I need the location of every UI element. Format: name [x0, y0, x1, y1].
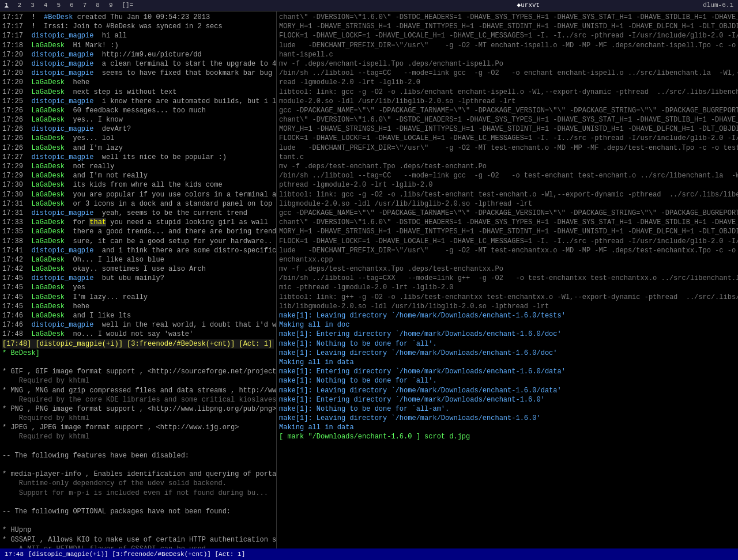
tab-9[interactable]: 9 — [109, 1, 113, 10]
bottom-bar: 17:48 [distopic_magpie(+i)] [3:freenode/… — [0, 548, 738, 560]
tab-6[interactable]: 6 — [70, 1, 74, 10]
line: * GSSAPI , Allows KIO to make use of cer… — [2, 535, 274, 544]
line: make[1]: Leaving directory `/home/mark/D… — [279, 349, 736, 358]
line: gcc -DPACKAGE_NAME=\"\" -DPACKAGE_TARNAM… — [279, 106, 736, 115]
line: libtool: link: g++ -g -O2 -o .libs/test-… — [279, 293, 736, 302]
line: make[1]: Entering directory `/home/mark/… — [279, 367, 736, 376]
line: 17:26 LaGaDesk yes.. I know — [2, 115, 274, 124]
line: make[1]: Nothing to be done for `all'. — [279, 339, 736, 349]
tab-7[interactable]: 7 — [83, 1, 87, 10]
line: tant.c — [279, 153, 736, 162]
line: 17:45 LaGaDesk yes — [2, 283, 274, 292]
line: lude -DENCHANT_PREFIX_DIR=\"/usr\" -g -O… — [279, 41, 736, 50]
line: FLOCK=1 -DHAVE_LOCKF=1 -DHAVE_LOCALE_H=1… — [279, 237, 736, 246]
line: 17:45 distopic_magpie but ubu mainly? — [2, 274, 274, 283]
line: 17:20 LaGaDesk hehe — [2, 78, 274, 87]
line: 17:29 LaGaDesk and I'm not really — [2, 171, 274, 180]
line: 17:25 distopic_magpie i know there are a… — [2, 97, 274, 106]
line: -- The following features have been disa… — [2, 451, 274, 460]
line: 17:31 distopic_magpie yeah, seems to be … — [2, 209, 274, 218]
line: MORY_H=1 -DHAVE_STRINGS_H=1 -DHAVE_INTTY… — [279, 124, 736, 134]
line: * MNG , MNG and gzip compressed files an… — [2, 386, 274, 395]
tab-5[interactable]: 5 — [57, 1, 61, 10]
line: libtool: link: gcc -g -O2 -o .libs/encha… — [279, 88, 736, 97]
line: libgmodule-2.0.so -ldl /usr/lib/libglib-… — [279, 199, 736, 209]
line: 17:45 LaGaDesk hehe — [2, 302, 274, 311]
line: enchantxx.cpp — [279, 255, 736, 264]
line: make[1]: Leaving directory `/home/mark/D… — [279, 386, 736, 395]
prompt-line: * BeDesk] — [2, 349, 274, 358]
line: Making all in data — [279, 423, 736, 432]
line: gcc -DPACKAGE_NAME=\"\" -DPACKAGE_TARNAM… — [279, 209, 736, 218]
line: 17:45 LaGaDesk I'm lazy... really — [2, 293, 274, 302]
left-pane[interactable]: 17:17 ! #BeDesk created Thu Jan 10 09:54… — [0, 12, 277, 548]
line: Required by khtml — [2, 414, 274, 423]
line: 17:35 LaGaDesk there a good trends... an… — [2, 227, 274, 236]
line: Making all in data — [279, 358, 736, 367]
line: 17:18 LaGaDesk Hi Mark! :) — [2, 41, 274, 50]
tab-list: 1 2 3 4 5 6 7 8 9 []= — [5, 1, 354, 10]
line: Support for m-p-i is included even if no… — [2, 489, 274, 498]
line: hant-ispell.c — [279, 50, 736, 59]
line: mv -f .deps/test-enchantxx.Tpo .deps/tes… — [279, 264, 736, 274]
line: make[1]: Entering directory `/home/mark/… — [279, 330, 736, 339]
tab-4[interactable]: 4 — [44, 1, 48, 10]
line: module-2.0.so -ldl /usr/lib/libglib-2.0.… — [279, 97, 736, 106]
tab-1[interactable]: 1 — [5, 1, 9, 10]
line: 17:26 LaGaDesk and I'm lazy — [2, 143, 274, 153]
line: mv -f .deps/enchant-ispell.Tpo .deps/enc… — [279, 59, 736, 69]
line: mic -pthread -lgmodule-2.0 -lrt -lglib-2… — [279, 283, 736, 292]
active-line: [17:48] [distopic_magpie(+i)] [3:freenod… — [2, 339, 274, 349]
right-prompt: [ mark "/Downloads/enchant-1.6.0 ] scrot… — [279, 432, 736, 441]
line: * HUpnp — [2, 525, 274, 535]
title-bar: 1 2 3 4 5 6 7 8 9 []= ◆urxvt dlum-6.1 — [0, 0, 738, 12]
line: pthread -lgmodule-2.0 -lrt -lglib-2.0 — [279, 180, 736, 190]
line: 17:26 LaGaDesk 60 feedback messages... t… — [2, 106, 274, 115]
tab-8[interactable]: 8 — [96, 1, 100, 10]
line: 17:31 LaGaDesk or 3 icons in a dock and … — [2, 199, 274, 209]
tab-3[interactable]: 3 — [31, 1, 35, 10]
line: MORY_H=1 -DHAVE_STRINGS_H=1 -DHAVE_INTTY… — [279, 227, 736, 236]
line: A MIT or HEIMDAL flavor of GSSAPI can be… — [2, 544, 274, 548]
line: 17:17 distopic_magpie hi all — [2, 31, 274, 40]
line: 17:20 distopic_magpie seems to have fixe… — [2, 69, 274, 78]
line: 17:20 distopic_magpie a clean terminal t… — [2, 59, 274, 69]
line: 17:17 ! #BeDesk created Thu Jan 10 09:54… — [2, 13, 274, 22]
line: 17:41 distopic_magpie and i think there … — [2, 246, 274, 255]
line: 17:26 LaGaDesk yes... lol — [2, 134, 274, 143]
line: Making all in doc — [279, 320, 736, 330]
line: * JPEG , JPEG image format support , <ht… — [2, 423, 274, 432]
line: lude -DENCHANT_PREFIX_DIR=\"/usr\" -g -O… — [279, 143, 736, 153]
line: 17:30 LaGaDesk its kids from whre all th… — [2, 180, 274, 190]
line: mv -f .deps/test-enchant.Tpo .deps/test-… — [279, 162, 736, 171]
line: Required by the core KDE libraries and s… — [2, 395, 274, 404]
window-info: dlum-6.1 — [703, 1, 733, 10]
line: /bin/sh ../libtool --tag=CXX --mode=link… — [279, 274, 736, 283]
line: 17:46 distopic_magpie well in the real w… — [2, 320, 274, 330]
line: 17:17 ! Irssi: Join to #BeDesk was synce… — [2, 22, 274, 31]
line: Runtime-only dependency of the udev soli… — [2, 479, 274, 488]
line: lib/libgmodule-2.0.so -ldl /usr/lib/libg… — [279, 302, 736, 311]
line: * PNG , PNG image format support , <http… — [2, 404, 274, 414]
line: 17:48 LaGaDesk no... I would not say 'wa… — [2, 330, 274, 339]
line: chant\" -DVERSION=\"1.6.0\" -DSTDC_HEADE… — [279, 115, 736, 124]
line: chant\" -DVERSION=\"1.6.0\" -DSTDC_HEADE… — [279, 13, 736, 22]
line: 17:20 LaGaDesk next step is without text — [2, 88, 274, 97]
irssi-time: 17:48 — [2, 550, 26, 559]
line: make[1]: Leaving directory `/home/mark/D… — [279, 311, 736, 320]
right-pane[interactable]: chant\" -DVERSION=\"1.6.0\" -DSTDC_HEADE… — [277, 12, 738, 548]
line: lude -DENCHANT_PREFIX_DIR=\"/usr\" -g -O… — [279, 246, 736, 255]
line: Required by khtml — [2, 432, 274, 441]
line: -- The following OPTIONAL packages have … — [2, 507, 274, 516]
line: 17:29 LaGaDesk not really — [2, 162, 274, 171]
line: * media-player-info , Enables identifica… — [2, 470, 274, 479]
tab-2[interactable]: 2 — [18, 1, 22, 10]
line: make[1]: Entering directory `/home/mark/… — [279, 395, 736, 404]
line: /bin/sh ../libtool --tag=CC --mode=link … — [279, 171, 736, 180]
line: 17:27 distopic_magpie well its nice to b… — [2, 153, 274, 162]
line: FLOCK=1 -DHAVE_LOCKF=1 -DHAVE_LOCALE_H=1… — [279, 31, 736, 40]
line: FLOCK=1 -DHAVE_LOCKF=1 -DHAVE_LOCALE_H=1… — [279, 134, 736, 143]
line: Required by khtml — [2, 376, 274, 385]
line: 17:26 distopic_magpie devArt? — [2, 124, 274, 134]
line: 17:46 LaGaDesk and I like lts — [2, 311, 274, 320]
